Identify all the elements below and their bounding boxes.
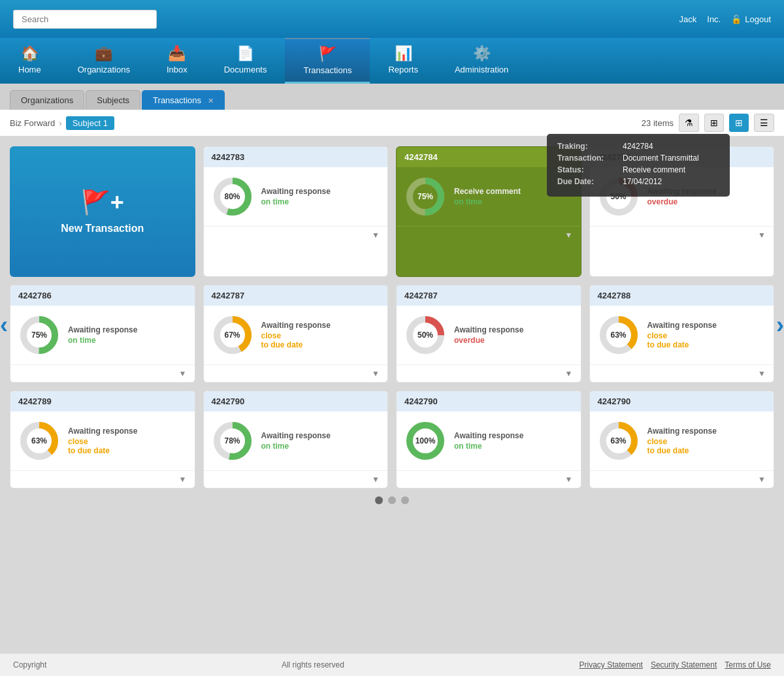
dropdown-arrow-4242783[interactable]: ▼	[372, 231, 380, 240]
nav-item-inbox[interactable]: 📥 Inbox	[148, 38, 206, 84]
prev-arrow[interactable]: ‹	[0, 312, 8, 339]
status-label-4242784: Receive comment	[454, 187, 521, 196]
list-view-button[interactable]: ☰	[754, 114, 774, 132]
transaction-card-4242784[interactable]: 4242784 75% Receive comment on time	[396, 146, 581, 277]
status-4242787b: Awaiting response overdue	[454, 325, 523, 345]
cards-row-1: 🚩+ New Transaction 4242783 80% Awaiting	[10, 146, 774, 277]
dropdown-arrow-4242790c[interactable]: ▼	[758, 475, 766, 484]
logout-label: Logout	[745, 14, 771, 24]
pagination-dot-3[interactable]	[401, 496, 409, 504]
tab-organizations[interactable]: Organizations	[10, 90, 84, 110]
card-footer-4242783: ▼	[204, 226, 388, 244]
search-input[interactable]	[13, 10, 157, 29]
pagination-dot-2[interactable]	[388, 496, 396, 504]
tab-transactions[interactable]: Transactions ✕	[142, 90, 225, 110]
timing-4242787a: closeto due date	[261, 331, 331, 349]
user-name: Jack	[679, 14, 697, 24]
card-footer-4242787a: ▼	[204, 364, 388, 382]
transaction-card-4242783[interactable]: 4242783 80% Awaiting response on time	[203, 146, 389, 277]
home-icon: 🏠	[21, 45, 39, 62]
card-header-4242787b: 4242787	[397, 285, 581, 306]
terms-of-use-link[interactable]: Terms of Use	[725, 660, 771, 669]
tooltip-transaction-value: Document Transmittal	[623, 153, 719, 163]
security-statement-link[interactable]: Security Statement	[651, 660, 717, 669]
copyright-text: Copyright	[13, 660, 46, 669]
next-arrow[interactable]: ›	[776, 312, 784, 339]
timing-4242788: closeto due date	[647, 331, 717, 349]
card-body-4242786: 75% Awaiting response on time	[10, 306, 195, 364]
breadcrumb-biz-forward[interactable]: Biz Forward	[10, 118, 55, 128]
privacy-statement-link[interactable]: Privacy Statement	[580, 660, 643, 669]
card-footer-4242790b: ▼	[397, 470, 581, 488]
dropdown-arrow-4242790b[interactable]: ▼	[565, 475, 573, 484]
nav-item-transactions[interactable]: 🚩 Transactions	[285, 38, 370, 84]
tooltip-status-label: Status:	[557, 165, 623, 174]
tab-subjects-label: Subjects	[97, 95, 129, 105]
dropdown-arrow-4242790a[interactable]: ▼	[372, 475, 380, 484]
dropdown-arrow-4242784[interactable]: ▼	[565, 231, 573, 240]
nav-label-organizations: Organizations	[78, 65, 130, 74]
card-body-4242783: 80% Awaiting response on time	[204, 167, 388, 226]
status-label-4242786: Awaiting response	[68, 325, 137, 334]
cards-row-3: 4242789 63% Awaiting response closeto du…	[10, 391, 774, 489]
transaction-card-4242790b[interactable]: 4242790 100% Awaiting response on time ▼	[396, 391, 581, 489]
organizations-icon: 💼	[95, 45, 112, 62]
pagination-dot-1[interactable]	[375, 496, 383, 504]
pct-4242790a: 78%	[224, 436, 240, 445]
card-footer-4242788: ▼	[590, 364, 774, 382]
nav-item-organizations[interactable]: 💼 Organizations	[59, 38, 148, 84]
transaction-card-4242789[interactable]: 4242789 63% Awaiting response closeto du…	[10, 391, 195, 489]
status-label-4242787b: Awaiting response	[454, 325, 523, 334]
logout-button[interactable]: 🔓 Logout	[731, 14, 771, 24]
nav-item-reports[interactable]: 📊 Reports	[370, 38, 436, 84]
nav-item-home[interactable]: 🏠 Home	[0, 38, 59, 84]
transaction-card-4242787a[interactable]: 4242787 67% Awaiting response closeto du…	[203, 285, 389, 383]
pct-4242789: 63%	[31, 436, 47, 445]
breadcrumb-subject1[interactable]: Subject 1	[66, 116, 114, 130]
dropdown-arrow-4242788[interactable]: ▼	[758, 369, 766, 378]
transaction-card-4242790a[interactable]: 4242790 78% Awaiting response on time	[203, 391, 389, 489]
donut-4242790c: 63%	[598, 420, 640, 462]
donut-4242790a: 78%	[212, 420, 253, 462]
new-transaction-card[interactable]: 🚩+ New Transaction	[10, 146, 195, 277]
dropdown-arrow-4242787b[interactable]: ▼	[565, 369, 573, 378]
transaction-card-4242787b[interactable]: 4242787 50% Awaiting response overdue	[396, 285, 581, 383]
nav-item-administration[interactable]: ⚙️ Administration	[436, 38, 527, 84]
group-button[interactable]: ⊞	[704, 114, 724, 132]
new-transaction-label: New Transaction	[61, 223, 144, 234]
card-body-4242790c: 63% Awaiting response closeto due date	[590, 411, 774, 470]
timing-4242790b: on time	[454, 442, 523, 451]
donut-4242789: 63%	[18, 420, 60, 462]
items-count: 23 items	[642, 118, 674, 128]
donut-4242784: 75%	[404, 176, 446, 217]
dropdown-arrow-4242789[interactable]: ▼	[179, 475, 187, 484]
nav-label-transactions: Transactions	[303, 65, 351, 75]
filter-button[interactable]: ⚗	[679, 114, 699, 132]
company-name: Inc.	[707, 14, 721, 24]
pct-4242788: 63%	[610, 330, 626, 340]
grid-view-button[interactable]: ⊞	[729, 114, 749, 132]
card-body-4242787a: 67% Awaiting response closeto due date	[204, 306, 388, 364]
nav-item-documents[interactable]: 📄 Documents	[206, 38, 286, 84]
donut-4242787a: 67%	[212, 314, 253, 356]
dropdown-arrow-4242785[interactable]: ▼	[758, 231, 766, 240]
card-header-4242788: 4242788	[590, 285, 774, 306]
dropdown-arrow-4242786[interactable]: ▼	[179, 369, 187, 378]
status-4242786: Awaiting response on time	[68, 325, 137, 345]
card-header-4242787a: 4242787	[204, 285, 388, 306]
transaction-card-4242790c[interactable]: 4242790 63% Awaiting response closeto du…	[589, 391, 775, 489]
transaction-tooltip: Traking: 4242784 Transaction: Document T…	[547, 134, 730, 197]
close-tab-icon[interactable]: ✕	[208, 97, 214, 105]
dropdown-arrow-4242787a[interactable]: ▼	[372, 369, 380, 378]
card-footer-4242785: ▼	[590, 226, 774, 244]
pct-4242783: 80%	[224, 192, 240, 201]
breadcrumb: Biz Forward › Subject 1	[10, 116, 114, 130]
tab-subjects[interactable]: Subjects	[86, 90, 140, 110]
status-4242790b: Awaiting response on time	[454, 431, 523, 451]
transaction-card-4242786[interactable]: 4242786 75% Awaiting response on time	[10, 285, 195, 383]
pagination-dots	[10, 496, 774, 504]
donut-4242788: 63%	[598, 314, 640, 356]
transaction-card-4242788[interactable]: 4242788 63% Awaiting response closeto du…	[589, 285, 775, 383]
administration-icon: ⚙️	[473, 45, 491, 62]
donut-4242783: 80%	[212, 176, 253, 217]
